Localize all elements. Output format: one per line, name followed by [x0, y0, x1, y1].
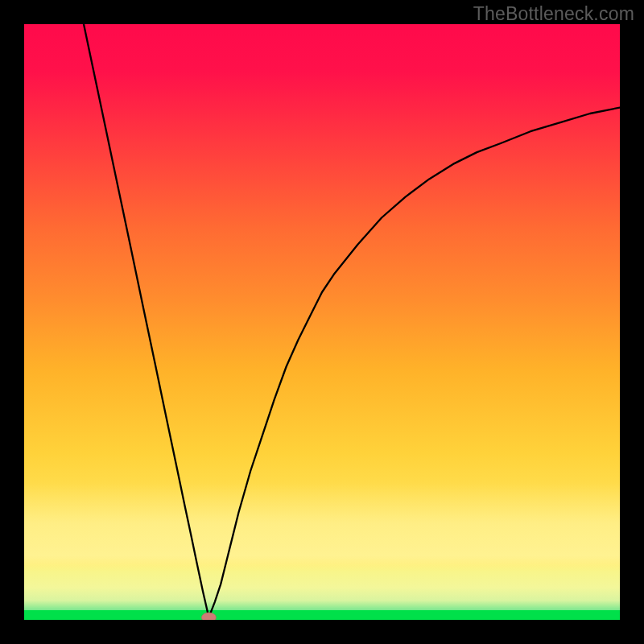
watermark-text: TheBottleneck.com — [473, 3, 634, 25]
curve-svg — [24, 24, 620, 620]
plot-area — [24, 24, 620, 620]
chart-container: TheBottleneck.com — [0, 0, 644, 644]
bottleneck-curve — [84, 24, 620, 617]
minimum-marker — [201, 613, 216, 620]
